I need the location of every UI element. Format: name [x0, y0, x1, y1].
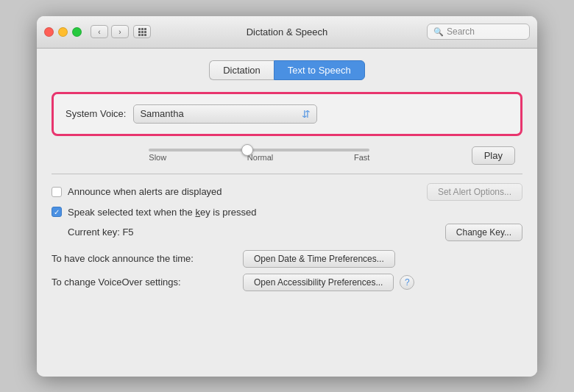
minimize-button[interactable]: [58, 27, 68, 37]
help-button[interactable]: ?: [400, 275, 414, 290]
current-key-row: Current key: F5 Change Key...: [52, 224, 522, 241]
voiceover-pref-label: To change VoiceOver settings:: [52, 277, 243, 288]
grid-view-button[interactable]: [133, 25, 151, 38]
slow-label: Slow: [149, 153, 166, 162]
grid-icon: [138, 28, 146, 36]
speak-selected-label: Speak selected text when the key is pres…: [68, 207, 257, 218]
close-button[interactable]: [44, 27, 54, 37]
system-voice-row: System Voice: Samantha ⇵: [65, 104, 509, 124]
fast-label: Fast: [354, 153, 369, 162]
speak-selected-row: Speak selected text when the key is pres…: [52, 207, 522, 218]
open-accessibility-button[interactable]: Open Accessibility Preferences...: [243, 274, 394, 291]
voiceover-pref-row: To change VoiceOver settings: Open Acces…: [52, 271, 522, 294]
window-title: Dictation & Speech: [247, 26, 328, 38]
speed-labels: Slow Normal Fast: [149, 153, 369, 162]
play-button[interactable]: Play: [472, 146, 515, 165]
voice-select-value: Samantha: [140, 108, 183, 119]
options-section: Announce when alerts are displayed Set A…: [52, 183, 522, 241]
preferences-rows: To have clock announce the time: Open Da…: [52, 247, 522, 294]
content-area: Dictation Text to Speech System Voice: S…: [37, 49, 537, 377]
tab-text-to-speech[interactable]: Text to Speech: [274, 60, 365, 80]
back-button[interactable]: ‹: [91, 25, 108, 38]
current-key-label: Current key: F5: [68, 227, 134, 238]
forward-button[interactable]: ›: [111, 25, 129, 38]
search-placeholder: Search: [447, 26, 475, 37]
nav-buttons: ‹ ›: [91, 25, 129, 38]
announce-alerts-row: Announce when alerts are displayed Set A…: [52, 183, 522, 201]
voice-select-dropdown[interactable]: Samantha ⇵: [133, 104, 317, 124]
search-icon: 🔍: [433, 27, 444, 37]
chevron-down-icon: ⇵: [302, 108, 311, 120]
main-window: ‹ › Dictation & Speech 🔍 Search Dictatio…: [37, 16, 537, 377]
clock-pref-label: To have clock announce the time:: [52, 253, 243, 264]
announce-alerts-label: Announce when alerts are displayed: [68, 186, 222, 197]
divider: [52, 174, 522, 174]
open-date-time-button[interactable]: Open Date & Time Preferences...: [243, 250, 395, 268]
search-bar[interactable]: 🔍 Search: [427, 24, 530, 40]
tabs-container: Dictation Text to Speech: [52, 60, 522, 80]
system-voice-highlight-box: System Voice: Samantha ⇵: [52, 92, 522, 136]
set-alert-options-button[interactable]: Set Alert Options...: [427, 183, 522, 201]
title-bar: ‹ › Dictation & Speech 🔍 Search: [37, 16, 537, 49]
speaking-rate-slider[interactable]: [149, 149, 369, 152]
change-key-button[interactable]: Change Key...: [445, 224, 522, 241]
system-voice-label: System Voice:: [65, 108, 126, 119]
maximize-button[interactable]: [72, 27, 82, 37]
clock-pref-row: To have clock announce the time: Open Da…: [52, 247, 522, 271]
speak-selected-checkbox[interactable]: [52, 207, 62, 217]
key-highlight: k: [195, 207, 200, 218]
tab-dictation[interactable]: Dictation: [209, 60, 274, 80]
announce-alerts-checkbox[interactable]: [52, 187, 62, 197]
traffic-lights: [44, 27, 82, 37]
